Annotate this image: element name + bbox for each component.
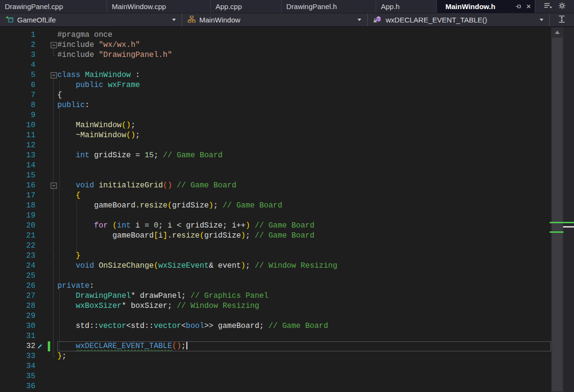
- code-text[interactable]: [57, 371, 551, 381]
- glyph-margin: [35, 60, 57, 70]
- code-editor[interactable]: 1#pragma once2#include "wx/wx.h"3#includ…: [0, 27, 551, 392]
- code-text[interactable]: {: [57, 90, 551, 100]
- tab-app-h[interactable]: App.h: [376, 0, 437, 13]
- code-text[interactable]: [57, 141, 551, 151]
- tab-bar: DrawingPanel.cppMainWindow.cppApp.cppDra…: [0, 0, 574, 13]
- code-text[interactable]: void initializeGrid() // Game Board: [57, 181, 551, 191]
- code-text[interactable]: #include "DrawingPanel.h": [57, 50, 551, 60]
- code-text[interactable]: [57, 241, 551, 251]
- code-text[interactable]: #include "wx/wx.h": [57, 40, 551, 50]
- tab-label: DrawingPanel.cpp: [5, 2, 63, 11]
- project-icon: [6, 16, 13, 24]
- code-text[interactable]: public:: [57, 100, 551, 110]
- code-line: 19: [0, 211, 551, 221]
- scrollbar-up-button[interactable]: [555, 31, 560, 34]
- close-icon[interactable]: ×: [526, 2, 531, 11]
- glyph-margin: [35, 381, 57, 392]
- tab-app-cpp[interactable]: App.cpp: [211, 0, 282, 13]
- code-text[interactable]: for (int i = 0; i < gridSize; i++) // Ga…: [57, 221, 551, 231]
- code-line: 26private:: [0, 281, 551, 291]
- scrollbar-thumb[interactable]: [552, 38, 563, 391]
- edit-pen-icon: [37, 343, 43, 349]
- tab-drawingpanel-h[interactable]: DrawingPanel.h: [282, 0, 376, 13]
- chevron-down-icon: [540, 19, 543, 21]
- fold-collapse-button[interactable]: [51, 183, 57, 189]
- line-number: 35: [0, 371, 35, 381]
- line-number: 18: [0, 201, 35, 211]
- code-text[interactable]: [57, 311, 551, 321]
- toggle-header-code-icon[interactable]: [558, 15, 565, 25]
- code-text[interactable]: [57, 381, 551, 392]
- tab-mainwindow-cpp[interactable]: MainWindow.cpp: [107, 0, 211, 13]
- glyph-margin: [35, 50, 57, 60]
- tab-mainwindow-h[interactable]: MainWindow.h×: [437, 0, 535, 13]
- code-text[interactable]: [57, 161, 551, 171]
- line-number: 30: [0, 321, 35, 331]
- code-line: 2#include "wx/wx.h": [0, 40, 551, 50]
- code-line: 22: [0, 241, 551, 251]
- fold-collapse-button[interactable]: [51, 72, 57, 78]
- navigation-bar: GameOfLife MainWindow wxDECLARE_EVENT_TA…: [0, 13, 574, 27]
- type-dropdown-value: MainWindow: [199, 16, 240, 24]
- code-line: 4: [0, 60, 551, 70]
- code-text[interactable]: class MainWindow :: [57, 70, 551, 80]
- fold-collapse-button[interactable]: [51, 42, 57, 48]
- code-text[interactable]: public wxFrame: [57, 80, 551, 90]
- project-dropdown[interactable]: GameOfLife: [0, 13, 182, 26]
- code-text[interactable]: [57, 211, 551, 221]
- line-number: 22: [0, 241, 35, 251]
- code-text[interactable]: };: [57, 351, 551, 361]
- code-text[interactable]: [57, 60, 551, 70]
- pin-icon[interactable]: [515, 3, 521, 10]
- code-text[interactable]: }: [57, 251, 551, 261]
- code-text[interactable]: private:: [57, 281, 551, 291]
- code-line: 28 wxBoxSizer* boxSizer; // Window Resiz…: [0, 301, 551, 311]
- project-dropdown-value: GameOfLife: [17, 16, 56, 24]
- tab-bar-actions: [535, 0, 574, 13]
- code-line: 29: [0, 311, 551, 321]
- glyph-margin: [35, 141, 57, 151]
- code-text[interactable]: [57, 171, 551, 181]
- glyph-margin: [35, 361, 57, 371]
- code-text[interactable]: [57, 271, 551, 281]
- code-text[interactable]: int gridSize = 15; // Game Board: [57, 151, 551, 161]
- code-line: 27 DrawingPanel* drawPanel; // Graphics …: [0, 291, 551, 301]
- code-text[interactable]: gameBoard.resize(gridSize); // Game Boar…: [57, 201, 551, 211]
- scrollbar[interactable]: [551, 27, 563, 392]
- code-text[interactable]: [57, 361, 551, 371]
- glyph-margin: [35, 311, 57, 321]
- code-line: 23 }: [0, 251, 551, 261]
- code-text[interactable]: [57, 331, 551, 341]
- code-text[interactable]: wxDECLARE_EVENT_TABLE();: [57, 341, 551, 351]
- member-dropdown[interactable]: wxDECLARE_EVENT_TABLE(): [368, 13, 550, 26]
- code-line: 10 MainWindow();: [0, 120, 551, 131]
- code-text[interactable]: MainWindow();: [57, 120, 551, 131]
- glyph-margin: [35, 191, 57, 201]
- glyph-margin: [35, 351, 57, 361]
- code-line: 35: [0, 371, 551, 381]
- active-documents-dropdown-icon[interactable]: [544, 2, 552, 11]
- code-text[interactable]: void OnSizeChange(wxSizeEvent& event); /…: [57, 261, 551, 271]
- code-line: 14: [0, 161, 551, 171]
- type-dropdown[interactable]: MainWindow: [182, 13, 368, 26]
- code-text[interactable]: DrawingPanel* drawPanel; // Graphics Pan…: [57, 291, 551, 301]
- nav-bar-right: [550, 13, 574, 26]
- code-text[interactable]: ~MainWindow();: [57, 131, 551, 141]
- code-text[interactable]: {: [57, 191, 551, 201]
- settings-gear-icon[interactable]: [558, 2, 566, 11]
- editor-right-edge: [563, 27, 574, 392]
- code-text[interactable]: [57, 110, 551, 120]
- code-text[interactable]: std::vector<std::vector<bool>> gameBoard…: [57, 321, 551, 331]
- code-text[interactable]: wxBoxSizer* boxSizer; // Window Resizing: [57, 301, 551, 311]
- code-line: 15: [0, 171, 551, 181]
- tab-drawingpanel-cpp[interactable]: DrawingPanel.cpp: [0, 0, 107, 13]
- code-line: 31: [0, 331, 551, 341]
- glyph-margin: [35, 40, 57, 50]
- line-number: 4: [0, 60, 35, 70]
- code-line: 17 {: [0, 191, 551, 201]
- code-text[interactable]: gameBoard[i].resize(gridSize); // Game B…: [57, 231, 551, 241]
- code-line: 3#include "DrawingPanel.h": [0, 50, 551, 60]
- code-text[interactable]: #pragma once: [57, 30, 551, 40]
- line-number: 7: [0, 90, 35, 100]
- glyph-margin: [35, 291, 57, 301]
